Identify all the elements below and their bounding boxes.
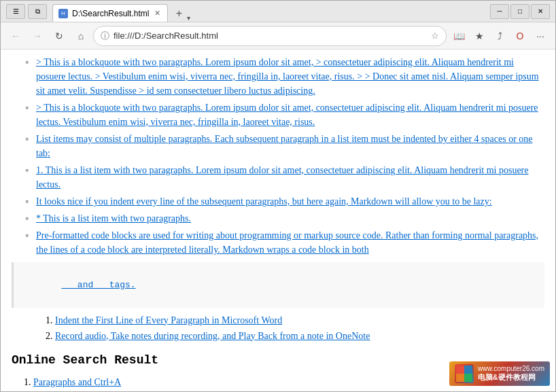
list-item: List items may consist of multiple parag… [25, 132, 544, 160]
blockquote-link-1[interactable]: > This is a blockquote with two paragrap… [36, 57, 539, 96]
list-item: It looks nice if you indent every line o… [25, 194, 544, 209]
numbered-link-1[interactable]: Indent the First Line of Every Paragraph… [55, 315, 282, 325]
window-controls: ☰ ⧉ [6, 4, 47, 19]
list-item: > This is a blockquote with two paragrap… [25, 55, 544, 98]
nav-bar: ← → ↻ ⌂ ⓘ ☆ 📖 ★ ⤴ O ··· [1, 22, 555, 50]
address-bar[interactable]: ⓘ ☆ [93, 26, 447, 46]
close-tab-button[interactable]: ✕ [153, 8, 162, 18]
list-item: * This is a list item with two paragraph… [25, 211, 544, 226]
forward-button[interactable]: → [28, 26, 47, 46]
tab-strip: H D:\SearchResult.html ✕ + ▾ [52, 1, 485, 22]
bookmark-icon[interactable]: ☆ [431, 31, 439, 41]
refresh-button[interactable]: ↻ [50, 26, 69, 46]
blockquote-link-3[interactable]: List items may consist of multiple parag… [36, 134, 533, 158]
watermark-label: 电脑&硬件教程网 [478, 372, 544, 382]
back-button[interactable]: ← [6, 26, 25, 46]
tab-dropdown-button[interactable]: ▾ [187, 14, 190, 22]
svg-rect-3 [464, 374, 472, 382]
online-link-1[interactable]: Paragraphs and Ctrl+A [33, 377, 121, 387]
watermark-text: www.computer26.com 电脑&硬件教程网 [478, 365, 544, 382]
blockquote-link-6[interactable]: * This is a list item with two paragraph… [36, 213, 191, 224]
home-button[interactable]: ⌂ [71, 26, 90, 46]
office-button[interactable]: O [510, 26, 529, 46]
list-item: > This is a blockquote with two paragrap… [25, 101, 544, 129]
favorites-button[interactable]: ★ [470, 26, 489, 46]
watermark: www.computer26.com 电脑&硬件教程网 [449, 361, 550, 386]
tab-title: D:\SearchResult.html [72, 9, 149, 18]
numbered-list-item-2: Record audio, Take notes during recordin… [55, 329, 544, 343]
numbered-link-2[interactable]: Record audio, Take notes during recordin… [55, 331, 370, 341]
numbered-list-item-1: Indent the First Line of Every Paragraph… [55, 313, 544, 327]
online-list-item: Paragraphs - subgroup [33, 391, 544, 392]
blockquote-list: > This is a blockquote with two paragrap… [12, 55, 544, 257]
preformatted-block: and tags. [12, 262, 544, 308]
page-content: > This is a blockquote with two paragrap… [12, 55, 544, 391]
watermark-site: www.computer26.com [478, 365, 544, 372]
preformatted-link[interactable]: and tags. [61, 280, 135, 290]
svg-rect-1 [464, 366, 472, 374]
blockquote-link-4[interactable]: 1. This is a list item with two paragrap… [36, 165, 528, 190]
numbered-list: Indent the First Line of Every Paragraph… [33, 313, 544, 343]
list-item: Pre-formatted code blocks are used for w… [25, 228, 544, 257]
minimize-button[interactable]: ─ [490, 4, 509, 19]
title-bar: ☰ ⧉ H D:\SearchResult.html ✕ + ▾ ─ □ ✕ [1, 1, 555, 22]
tab-btn[interactable]: ⧉ [28, 4, 47, 19]
url-input[interactable] [114, 31, 427, 41]
content-area[interactable]: > This is a blockquote with two paragrap… [1, 50, 555, 391]
blockquote-link-5[interactable]: It looks nice if you indent every line o… [36, 196, 492, 207]
nav-actions: 📖 ★ ⤴ O ··· [449, 26, 550, 46]
close-button[interactable]: ✕ [531, 4, 550, 19]
more-button[interactable]: ··· [531, 26, 550, 46]
list-item: 1. This is a list item with two paragrap… [25, 163, 544, 192]
svg-rect-0 [456, 366, 464, 374]
reading-mode-button[interactable]: 📖 [449, 26, 468, 46]
blockquote-link-2[interactable]: > This is a blockquote with two paragrap… [36, 103, 538, 127]
blockquote-link-7[interactable]: Pre-formatted code blocks are used for w… [36, 230, 538, 255]
lock-icon: ⓘ [101, 30, 109, 42]
svg-rect-2 [456, 374, 464, 382]
browser-window: ☰ ⧉ H D:\SearchResult.html ✕ + ▾ ─ □ ✕ ←… [0, 0, 556, 392]
menu-btn[interactable]: ☰ [6, 4, 25, 19]
watermark-logo [455, 364, 474, 383]
share-button[interactable]: ⤴ [490, 26, 509, 46]
window-action-controls: ─ □ ✕ [490, 4, 550, 19]
new-tab-button[interactable]: + [171, 5, 187, 22]
maximize-button[interactable]: □ [510, 4, 529, 19]
tab-favicon: H [58, 9, 68, 18]
active-tab[interactable]: H D:\SearchResult.html ✕ [52, 4, 168, 22]
